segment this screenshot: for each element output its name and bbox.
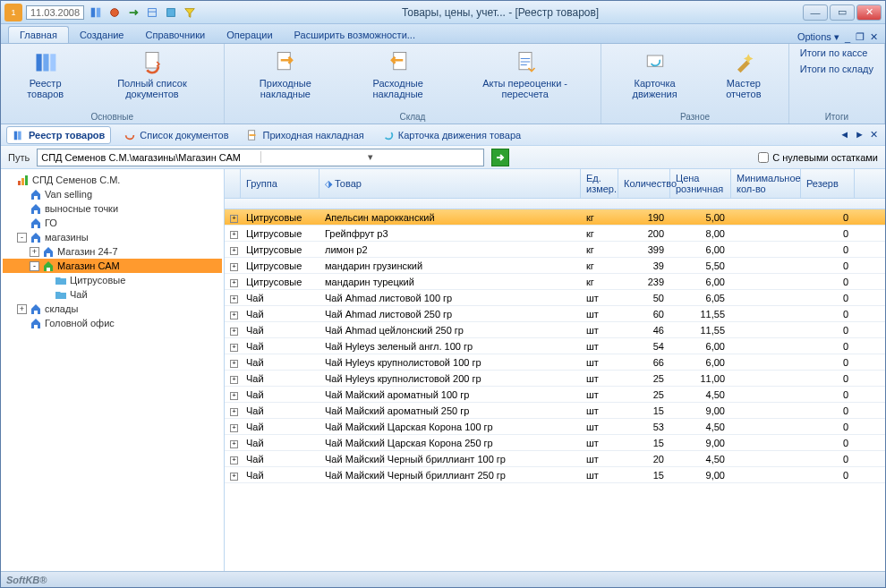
btn-reestr[interactable]: Реестр товаров (6, 46, 84, 101)
table-row[interactable]: +ЧайЧай Майский ароматный 250 гршт159,00… (225, 403, 885, 419)
tree-node[interactable]: +склады (3, 302, 222, 316)
row-expand[interactable]: + (230, 231, 238, 239)
tree-node[interactable]: -магазины (3, 230, 222, 244)
btn-out[interactable]: Расходные накладные (343, 46, 453, 101)
row-expand[interactable]: + (230, 408, 238, 416)
table-row[interactable]: +ЧайЧай Ahmad листовой 250 гршт6011,550 (225, 306, 885, 322)
row-expand[interactable]: + (230, 295, 238, 303)
row-expand[interactable]: + (230, 424, 238, 432)
qt-icon-4[interactable] (144, 4, 160, 21)
table-row[interactable]: +Цитрусовыемандарин грузинскийкг395,500 (225, 258, 885, 274)
path-combo[interactable]: СПД Семенов С.М.\магазины\Магазин САМ ▾ (37, 149, 484, 166)
tab-ops[interactable]: Операции (216, 27, 283, 43)
subtab-card[interactable]: Карточка движения товара (377, 127, 526, 143)
subtab-income[interactable]: Приходная накладная (241, 127, 369, 143)
col-item[interactable]: ⬗Товар (319, 169, 581, 198)
table-row[interactable]: +ЦитрусовыеГрейпфрут р3кг2008,000 (225, 226, 885, 242)
tab-extend[interactable]: Расширить возможности... (284, 27, 426, 43)
tree-node[interactable]: СПД Семенов С.М. (3, 173, 222, 187)
go-button[interactable] (491, 149, 509, 166)
table-row[interactable]: +ЧайЧай Ahmad листовой 100 гршт506,050 (225, 290, 885, 306)
qt-icon-2[interactable] (106, 4, 123, 21)
btn-acts[interactable]: Акты переоценки - пересчета (455, 46, 595, 101)
tree-toggle[interactable]: + (17, 304, 27, 314)
minimize-button[interactable]: — (803, 4, 828, 21)
close-button[interactable]: ✕ (856, 4, 882, 21)
qt-icon-3[interactable] (125, 4, 141, 21)
row-expand[interactable]: + (230, 263, 238, 271)
tree-node[interactable]: выносные точки (3, 201, 222, 216)
table-row[interactable]: +ЧайЧай Майский Царская Корона 100 гршт5… (225, 419, 885, 435)
col-unit[interactable]: Ед. измер. (581, 169, 618, 198)
row-expand[interactable]: + (230, 344, 238, 352)
row-expand[interactable]: + (230, 279, 238, 287)
mdi-restore[interactable]: ❐ (856, 31, 865, 43)
zero-checkbox[interactable]: С нулевыми остатками (758, 152, 878, 163)
qt-icon-1[interactable] (88, 4, 104, 21)
tree-node[interactable]: Чай (3, 287, 222, 302)
row-expand[interactable]: + (230, 215, 238, 223)
row-expand[interactable]: + (230, 473, 238, 481)
table-row[interactable]: +ЧайЧай Hyleys зеленый англ. 100 гршт546… (225, 338, 885, 354)
row-expand[interactable]: + (230, 328, 238, 336)
tree-node[interactable]: Van selling (3, 187, 222, 201)
nav-prev[interactable]: ◄ (838, 129, 851, 141)
subtab-docs[interactable]: Список документов (118, 127, 234, 143)
mdi-close[interactable]: ✕ (870, 31, 878, 43)
row-expand[interactable]: + (230, 440, 238, 448)
chevron-down-icon[interactable]: ▾ (260, 151, 481, 163)
grid-body[interactable]: +ЦитрусовыеАпельсин марокканскийкг1905,0… (225, 209, 885, 571)
tree-node[interactable]: Головной офис (3, 316, 222, 330)
zero-check-input[interactable] (758, 152, 769, 163)
table-row[interactable]: +ЧайЧай Hyleys крупнолистовой 100 гршт66… (225, 354, 885, 371)
btn-fulllist[interactable]: Полный список документов (86, 46, 217, 101)
qt-icon-5[interactable] (163, 4, 179, 21)
maximize-button[interactable]: ▭ (830, 4, 855, 21)
tree-toggle[interactable]: - (17, 233, 27, 243)
col-expand[interactable] (225, 169, 241, 198)
nav-close[interactable]: ✕ (868, 129, 880, 141)
col-price[interactable]: Цена розничная (670, 169, 731, 198)
row-expand[interactable]: + (230, 392, 238, 400)
link-kassa[interactable]: Итоги по кассе (795, 46, 873, 60)
table-row[interactable]: +ЧайЧай Майский Царская Корона 250 гршт1… (225, 435, 885, 451)
tree-node[interactable]: -Магазин САМ (3, 259, 222, 273)
tab-dicts[interactable]: Справочники (135, 27, 217, 43)
tab-main[interactable]: Главная (8, 26, 69, 43)
table-row[interactable]: +ЦитрусовыеАпельсин марокканскийкг1905,0… (225, 209, 885, 226)
nav-next[interactable]: ► (853, 129, 866, 141)
btn-master[interactable]: Мастер отчетов (704, 46, 783, 101)
table-row[interactable]: +Цитрусовыелимон р2кг3996,000 (225, 242, 885, 258)
table-row[interactable]: +Цитрусовыемандарин турецкийкг2396,000 (225, 274, 885, 290)
mdi-minimize[interactable]: _ (845, 32, 850, 43)
btn-card[interactable]: Карточка движения (607, 46, 703, 101)
tree[interactable]: СПД Семенов С.М.Van sellingвыносные точк… (1, 169, 225, 571)
link-sklad[interactable]: Итоги по складу (795, 62, 879, 76)
options-link[interactable]: Options ▾ (797, 31, 839, 43)
row-expand[interactable]: + (230, 376, 238, 384)
tree-toggle[interactable]: + (30, 247, 39, 257)
date-input[interactable]: 11.03.2008 (26, 5, 84, 20)
col-qty[interactable]: Количество (618, 169, 670, 198)
row-expand[interactable]: + (230, 311, 238, 320)
filter-icon[interactable] (182, 4, 198, 21)
table-row[interactable]: +ЧайЧай Майский Черный бриллиант 250 грш… (225, 467, 885, 483)
tree-toggle[interactable]: - (30, 261, 39, 271)
tree-node[interactable]: Цитрусовые (3, 273, 222, 287)
row-expand[interactable]: + (230, 360, 238, 368)
row-expand[interactable]: + (230, 456, 238, 464)
grid-filter-row[interactable] (225, 199, 885, 209)
col-res[interactable]: Резерв (801, 169, 855, 198)
col-min[interactable]: Минимальное кол-во (731, 169, 801, 198)
tab-create[interactable]: Создание (69, 27, 135, 43)
table-row[interactable]: +ЧайЧай Майский ароматный 100 гршт254,50… (225, 387, 885, 403)
tree-node[interactable]: +Магазин 24-7 (3, 244, 222, 259)
app-logo-icon[interactable]: 1 (4, 4, 22, 21)
subtab-reestr[interactable]: Реестр товаров (6, 126, 111, 144)
table-row[interactable]: +ЧайЧай Hyleys крупнолистовой 200 гршт25… (225, 371, 885, 387)
col-group[interactable]: Группа (241, 169, 319, 198)
table-row[interactable]: +ЧайЧай Ahmad цейлонский 250 гршт4611,55… (225, 322, 885, 338)
table-row[interactable]: +ЧайЧай Майский Черный бриллиант 100 грш… (225, 451, 885, 467)
tree-node[interactable]: ГО (3, 216, 222, 230)
btn-in[interactable]: Приходные накладные (230, 46, 342, 101)
